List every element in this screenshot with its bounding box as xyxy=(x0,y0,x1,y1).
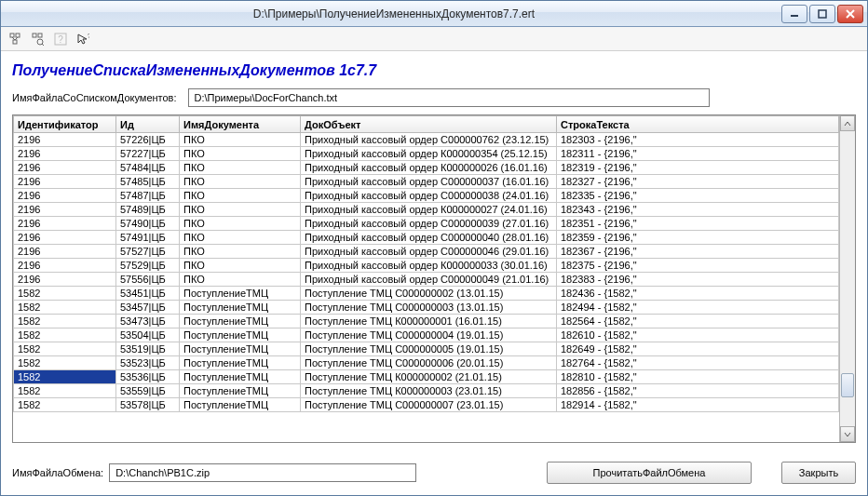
cell-text: 182610 - {1582," xyxy=(557,328,839,342)
chevron-up-icon xyxy=(844,120,851,127)
cell-id: 53473|ЦБ xyxy=(116,315,180,328)
cell-text: 182335 - {2196," xyxy=(557,189,839,203)
scroll-thumb[interactable] xyxy=(841,373,854,397)
cell-obj: Приходный кассовый ордер К000000027 (24.… xyxy=(301,203,557,217)
tree-icon[interactable] xyxy=(8,32,23,47)
table-row[interactable]: 219657527|ЦБПКОПриходный кассовый ордер … xyxy=(14,245,839,259)
cell-text: 182327 - {2196," xyxy=(557,175,839,189)
cell-ident: 2196 xyxy=(14,175,116,189)
help-icon[interactable]: ? xyxy=(53,32,68,47)
cell-name: ПоступлениеТМЦ xyxy=(180,328,301,342)
cell-name: ПоступлениеТМЦ xyxy=(180,384,301,398)
cell-id: 57556|ЦБ xyxy=(116,273,180,287)
cell-text: 182319 - {2196," xyxy=(557,161,839,175)
cell-obj: Приходный кассовый ордер С000000039 (27.… xyxy=(301,217,557,231)
cell-ident: 2196 xyxy=(14,161,116,175)
cell-ident: 1582 xyxy=(14,356,116,370)
cell-name: ПКО xyxy=(180,217,301,231)
maximize-button[interactable] xyxy=(809,5,835,23)
data-grid[interactable]: Идентификатор Ид ИмяДокумента ДокОбъект … xyxy=(12,114,856,443)
cell-name: ПоступлениеТМЦ xyxy=(180,301,301,315)
cell-text: 182359 - {2196," xyxy=(557,231,839,245)
cell-ident: 1582 xyxy=(14,301,116,315)
content-area: ПолучениеСпискаИзмененныхДокументов 1с7.… xyxy=(1,51,867,495)
table-row[interactable]: 158253536|ЦБПоступлениеТМЦПоступление ТМ… xyxy=(14,370,839,384)
cell-obj: Поступление ТМЦ С000000002 (13.01.15) xyxy=(301,287,557,301)
table-row[interactable]: 158253523|ЦБПоступлениеТМЦПоступление ТМ… xyxy=(14,356,839,370)
cell-ident: 1582 xyxy=(14,370,116,384)
cell-ident: 1582 xyxy=(14,315,116,328)
cell-obj: Приходный кассовый ордер К000000354 (25.… xyxy=(301,147,557,161)
page-heading: ПолучениеСпискаИзмененныхДокументов 1с7.… xyxy=(12,62,856,79)
svg-rect-5 xyxy=(16,34,20,37)
svg-text:?: ? xyxy=(58,34,63,45)
cell-obj: Поступление ТМЦ К000000001 (16.01.15) xyxy=(301,315,557,328)
col-header-id[interactable]: Ид xyxy=(116,116,180,133)
cell-id: 57226|ЦБ xyxy=(116,133,180,147)
table-row[interactable]: 219657487|ЦБПКОПриходный кассовый ордер … xyxy=(14,189,839,203)
table-row[interactable]: 219657484|ЦБПКОПриходный кассовый ордер … xyxy=(14,161,839,175)
col-header-obj[interactable]: ДокОбъект xyxy=(301,116,557,133)
cell-ident: 1582 xyxy=(14,342,116,356)
cell-obj: Приходный кассовый ордер С000000038 (24.… xyxy=(301,189,557,203)
cell-id: 57485|ЦБ xyxy=(116,175,180,189)
cell-name: ПКО xyxy=(180,175,301,189)
svg-text:?: ? xyxy=(88,33,89,39)
col-header-text[interactable]: СтрокаТекста xyxy=(557,116,839,133)
cell-id: 53523|ЦБ xyxy=(116,356,180,370)
cell-name: ПКО xyxy=(180,273,301,287)
cell-ident: 2196 xyxy=(14,245,116,259)
tree-search-icon[interactable] xyxy=(31,32,46,47)
cell-ident: 1582 xyxy=(14,398,116,412)
cursor-help-icon[interactable]: ? xyxy=(75,32,90,47)
table-row[interactable]: 219657556|ЦБПКОПриходный кассовый ордер … xyxy=(14,273,839,287)
cell-obj: Приходный кассовый ордер С000000040 (28.… xyxy=(301,231,557,245)
cell-obj: Поступление ТМЦ К000000003 (23.01.15) xyxy=(301,384,557,398)
cell-text: 182367 - {2196," xyxy=(557,245,839,259)
cell-name: ПоступлениеТМЦ xyxy=(180,342,301,356)
cell-id: 57529|ЦБ xyxy=(116,259,180,273)
table-row[interactable]: 219657226|ЦБПКОПриходный кассовый ордер … xyxy=(14,133,839,147)
table-row[interactable]: 158253519|ЦБПоступлениеТМЦПоступление ТМ… xyxy=(14,342,839,356)
cell-id: 53559|ЦБ xyxy=(116,384,180,398)
svg-rect-10 xyxy=(38,34,42,37)
exchange-file-input[interactable] xyxy=(109,463,416,482)
scroll-track[interactable] xyxy=(840,131,855,426)
scroll-up-button[interactable] xyxy=(840,115,855,131)
table-row[interactable]: 158253578|ЦБПоступлениеТМЦПоступление ТМ… xyxy=(14,398,839,412)
toolbar: ? ? xyxy=(1,27,867,51)
file-list-row: ИмяФайлаСоСпискомДокументов: xyxy=(12,88,856,107)
cell-id: 57489|ЦБ xyxy=(116,203,180,217)
minimize-button[interactable] xyxy=(781,5,807,23)
cell-obj: Поступление ТМЦ С000000004 (19.01.15) xyxy=(301,328,557,342)
table-row[interactable]: 219657491|ЦБПКОПриходный кассовый ордер … xyxy=(14,231,839,245)
table-row[interactable]: 219657529|ЦБПКОПриходный кассовый ордер … xyxy=(14,259,839,273)
cell-name: ПКО xyxy=(180,245,301,259)
table-row[interactable]: 158253559|ЦБПоступлениеТМЦПоступление ТМ… xyxy=(14,384,839,398)
table-row[interactable]: 158253457|ЦБПоступлениеТМЦПоступление ТМ… xyxy=(14,301,839,315)
cell-text: 182494 - {1582," xyxy=(557,301,839,315)
table-row[interactable]: 219657490|ЦБПКОПриходный кассовый ордер … xyxy=(14,217,839,231)
close-window-button[interactable] xyxy=(837,5,863,23)
col-header-ident[interactable]: Идентификатор xyxy=(14,116,116,133)
file-list-input[interactable] xyxy=(188,88,710,107)
cell-ident: 2196 xyxy=(14,259,116,273)
cell-obj: Поступление ТМЦ С000000003 (13.01.15) xyxy=(301,301,557,315)
scroll-down-button[interactable] xyxy=(840,426,855,442)
table-row[interactable]: 158253504|ЦБПоступлениеТМЦПоступление ТМ… xyxy=(14,328,839,342)
cell-ident: 2196 xyxy=(14,231,116,245)
file-list-label: ИмяФайлаСоСпискомДокументов: xyxy=(12,92,177,103)
close-button[interactable]: Закрыть xyxy=(781,462,856,484)
window-title: D:\Примеры\ПолучениеИзмененныхДокументов… xyxy=(8,7,780,20)
cell-obj: Приходный кассовый ордер К000000026 (16.… xyxy=(301,161,557,175)
read-exchange-file-button[interactable]: ПрочитатьФайлОбмена xyxy=(547,462,752,484)
table-row[interactable]: 219657485|ЦБПКОПриходный кассовый ордер … xyxy=(14,175,839,189)
table-row[interactable]: 158253451|ЦБПоступлениеТМЦПоступление ТМ… xyxy=(14,287,839,301)
table-row[interactable]: 219657227|ЦБПКОПриходный кассовый ордер … xyxy=(14,147,839,161)
table-row[interactable]: 219657489|ЦБПКОПриходный кассовый ордер … xyxy=(14,203,839,217)
col-header-name[interactable]: ИмяДокумента xyxy=(180,116,301,133)
cell-text: 182303 - {2196," xyxy=(557,133,839,147)
table-row[interactable]: 158253473|ЦБПоступлениеТМЦПоступление ТМ… xyxy=(14,315,839,328)
vertical-scrollbar[interactable] xyxy=(839,115,855,442)
cell-name: ПКО xyxy=(180,203,301,217)
